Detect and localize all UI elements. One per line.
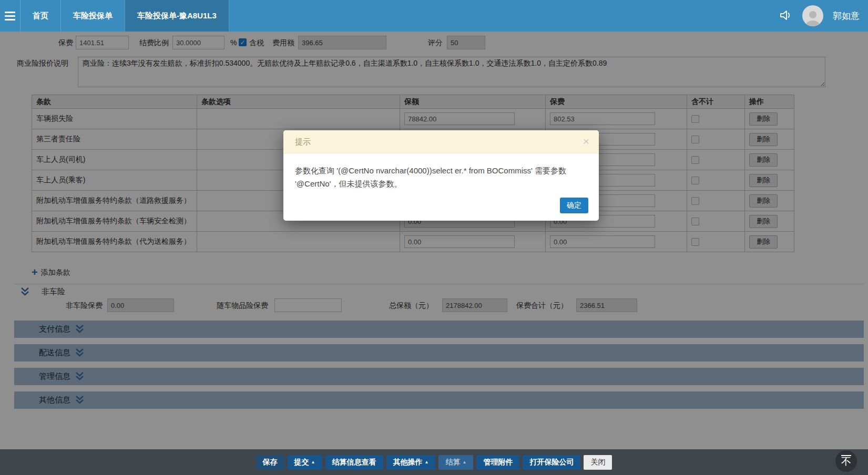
ok-button[interactable]: 确定 <box>560 198 588 213</box>
caret-up-icon: ▲ <box>462 460 466 464</box>
speaker-icon[interactable] <box>779 9 793 23</box>
dialog-title: 提示 <box>295 137 311 146</box>
caret-up-icon: ▲ <box>425 460 429 464</box>
open-insurer-button[interactable]: 打开保险公司 <box>523 455 580 470</box>
tab-home[interactable]: 首页 <box>20 0 60 32</box>
username[interactable]: 郭如意 <box>833 10 860 22</box>
submit-button[interactable]: 提交▲ <box>288 455 322 470</box>
dialog-header: 提示 × <box>283 130 599 153</box>
back-to-top-button[interactable]: 不 <box>835 450 857 472</box>
modal-backdrop <box>0 32 868 449</box>
close-button[interactable]: 关闭 <box>584 455 612 470</box>
settle-button[interactable]: 结算▲ <box>438 455 473 470</box>
avatar[interactable] <box>802 5 823 26</box>
tab-policy-active[interactable]: 车险投保单-豫A8U1L3 <box>125 0 229 32</box>
dialog-message: 参数化查询 '(@CertNo nvarchar(4000))select er… <box>283 153 599 190</box>
other-actions-button[interactable]: 其他操作▲ <box>386 455 436 470</box>
caret-up-icon: ▲ <box>311 460 315 464</box>
hamburger-menu-icon[interactable] <box>0 0 20 32</box>
settlement-info-button[interactable]: 结算信息查看 <box>325 455 383 470</box>
action-toolbar: 保存 提交▲ 结算信息查看 其他操作▲ 结算▲ 管理附件 打开保险公司 关闭 <box>0 449 868 475</box>
save-button[interactable]: 保存 <box>256 455 284 470</box>
top-navbar: 首页 车险投保单 车险投保单-豫A8U1L3 郭如意 <box>0 0 868 32</box>
back-to-top-glyph: 不 <box>841 455 851 468</box>
manage-attachments-button[interactable]: 管理附件 <box>476 455 519 470</box>
alert-dialog: 提示 × 参数化查询 '(@CertNo nvarchar(4000))sele… <box>283 130 599 221</box>
tab-policy-list[interactable]: 车险投保单 <box>60 0 125 32</box>
close-icon[interactable]: × <box>583 136 589 147</box>
